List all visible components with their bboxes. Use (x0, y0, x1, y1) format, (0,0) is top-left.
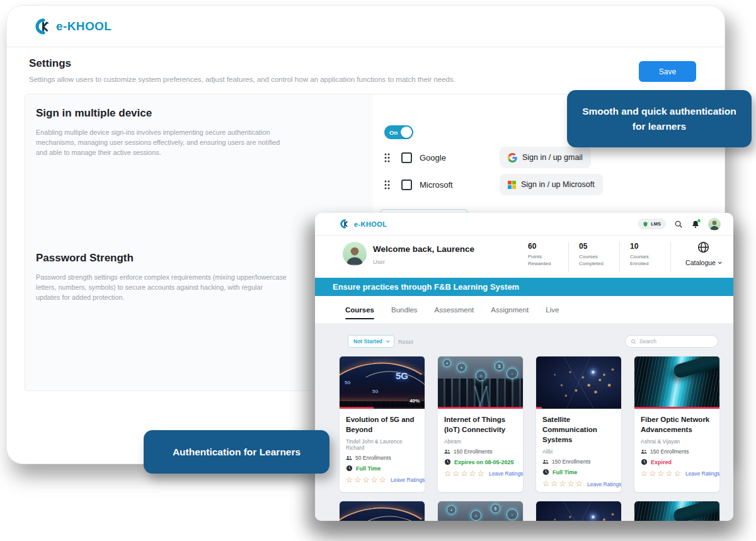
course-card-partial[interactable] (339, 501, 425, 521)
people-icon (444, 449, 451, 454)
course-title: Evolution of 5G and Beyond (346, 414, 418, 435)
stat-label: Courses Completed (579, 254, 609, 268)
drag-handle-icon[interactable] (384, 153, 390, 162)
callout-authentication-top: Smooth and quick authentication for lear… (567, 90, 752, 147)
catalogue-label: Catalogue (685, 259, 716, 266)
iot-icon: • (447, 505, 456, 515)
course-author: Abiram (444, 438, 517, 445)
enrollment-count: 150 Enrollments (454, 448, 492, 455)
notifications-button[interactable] (691, 220, 700, 229)
course-card[interactable]: Satellite Communication Systems Alibi 15… (536, 356, 622, 493)
welcome-section: Welcome back, Laurence User 60 Points Re… (315, 236, 733, 278)
microsoft-signin-button[interactable]: Sign in / up Microsoft (500, 174, 603, 195)
clock-icon (641, 458, 648, 465)
stat-courses-completed: 05 Courses Completed (579, 242, 620, 272)
provider-label: Google (420, 153, 465, 162)
google-checkbox[interactable] (401, 152, 412, 163)
tab-bundles[interactable]: Bundles (391, 296, 418, 323)
course-card-partial[interactable] (536, 501, 622, 521)
people-icon (346, 455, 353, 460)
course-card[interactable]: Fiber Optic Network Advancements Ashrai … (634, 356, 720, 493)
course-card-partial[interactable] (634, 501, 720, 521)
microsoft-checkbox[interactable] (401, 179, 412, 190)
iot-icon: $ (491, 504, 500, 513)
search-box[interactable] (625, 335, 718, 348)
star-rating-icons[interactable] (444, 470, 486, 478)
tab-live[interactable]: Live (546, 296, 559, 323)
user-role: User (373, 259, 385, 265)
tab-assessment[interactable]: Assessment (435, 296, 474, 323)
search-input[interactable] (639, 338, 712, 345)
leave-ratings-link[interactable]: Leave Ratings (391, 477, 425, 483)
reset-link[interactable]: Reset (398, 339, 413, 345)
star-rating-icons[interactable] (542, 480, 584, 488)
people-icon (542, 459, 549, 464)
course-card-partial[interactable]: • ⌂ $ ◦ (437, 501, 524, 521)
iot-icon: ◦ (507, 509, 518, 520)
course-status: Full Time (356, 465, 381, 472)
stat-value: 10 (630, 242, 660, 251)
save-button[interactable]: Save (639, 61, 696, 82)
user-avatar[interactable] (343, 242, 367, 266)
password-strength-title: Password Strength (36, 252, 134, 265)
course-title: Internet of Things (IoT) Connectivity (444, 414, 517, 435)
course-author: Ashrai & Vijayan (641, 438, 713, 445)
tab-courses[interactable]: Courses (345, 296, 374, 323)
toggle-knob (401, 127, 412, 138)
stat-label: Courses Enrolled (630, 254, 660, 268)
stat-courses-enrolled: 10 Courses Enrolled (630, 242, 671, 272)
lms-header: e-KHOOL LMS (315, 213, 733, 236)
course-card[interactable]: 5G 5G 5G 40% Evolution of 5G and Beyond … (339, 356, 425, 493)
course-thumbnail-fiber (634, 501, 719, 521)
clock-icon (346, 465, 353, 472)
password-strength-description: Password strength settings enforce compl… (36, 272, 287, 303)
iot-icon: ⌂ (476, 370, 486, 381)
ekhool-logo-icon (35, 18, 52, 35)
iot-icon: • (457, 363, 466, 372)
course-status: Expires on 08-05-2025 (454, 459, 514, 465)
callout-authentication-bottom: Authentication for Learners (144, 430, 329, 474)
drag-handle-icon[interactable] (384, 180, 390, 190)
leave-ratings-link[interactable]: Leave Ratings (685, 470, 719, 477)
iot-icon: ◦ (507, 368, 518, 379)
page-head: Settings Settings allow users to customi… (29, 57, 455, 83)
provider-row-google: Google Sign in / up gmail (384, 147, 592, 168)
avatar[interactable] (708, 218, 721, 231)
courses-content: Not Started Reset 5G 5G 5G 40% (315, 323, 733, 521)
leave-ratings-link[interactable]: Leave Ratings (489, 470, 523, 477)
thumbnail-text: 5G (372, 389, 378, 394)
star-rating-icons[interactable] (346, 476, 387, 484)
lms-badge[interactable]: LMS (638, 219, 666, 229)
stats-row: 60 Points Rewarded 05 Courses Completed … (528, 242, 681, 272)
settings-header: e-KHOOL (7, 6, 724, 47)
iot-icon: $ (495, 362, 504, 371)
shield-icon (643, 221, 648, 227)
course-card[interactable]: • ⌂ $ ◦ • Internet of Things (IoT) Conne… (437, 356, 524, 493)
enrollment-count: 50 Enrollments (355, 455, 391, 461)
leave-ratings-link[interactable]: Leave Ratings (587, 481, 621, 487)
course-thumbnail-5g: 5G 5G 5G 40% (340, 356, 425, 409)
progress-percent-badge: 40% (408, 397, 421, 404)
multi-device-toggle[interactable]: On (384, 125, 413, 139)
chevron-down-icon (386, 339, 390, 343)
provider-label: Microsoft (420, 180, 465, 190)
course-thumbnail-5g (340, 501, 425, 521)
enrollment-count: 150 Enrollments (552, 458, 590, 465)
course-thumbnail-satellite (536, 356, 621, 409)
stat-label: Points Rewarded (528, 254, 558, 268)
course-thumbnail-satellite (536, 501, 621, 521)
status-filter-dropdown[interactable]: Not Started (348, 335, 394, 348)
clock-icon (542, 469, 549, 476)
google-signin-button[interactable]: Sign in / up gmail (500, 147, 591, 168)
course-author: Tindel John & Laurence Richard (346, 438, 418, 451)
page: e-KHOOL Settings Settings allow users to… (0, 0, 756, 541)
lms-window: e-KHOOL LMS (315, 213, 733, 521)
search-icon[interactable] (674, 220, 683, 229)
google-signin-label: Sign in / up gmail (522, 153, 583, 162)
thumbnail-text: 5G (345, 380, 350, 385)
banner-text: Ensure practices through F&B Learning Sy… (333, 282, 519, 292)
star-rating-icons[interactable] (641, 470, 682, 478)
tab-assignment[interactable]: Assignment (491, 296, 529, 323)
course-title: Satellite Communication Systems (542, 414, 615, 445)
catalogue-button[interactable]: Catalogue (677, 241, 730, 266)
